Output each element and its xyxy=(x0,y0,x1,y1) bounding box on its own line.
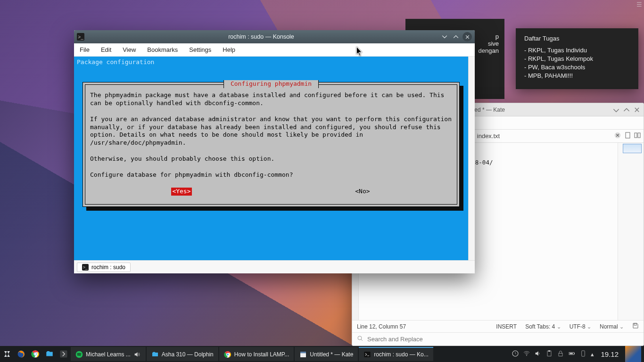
search-placeholder[interactable]: Search and Replace xyxy=(367,336,423,343)
dialog-title: Configuring phpmyadmin xyxy=(223,80,319,88)
kdeconnect-icon[interactable] xyxy=(579,350,587,359)
svg-rect-3 xyxy=(626,132,630,138)
task-label: How to Install LAMP... xyxy=(234,351,289,358)
terminal-icon: >_ xyxy=(77,33,84,41)
close-button[interactable] xyxy=(462,32,472,41)
sticky-note-item: - RKPL, Tugas Kelompok xyxy=(524,55,630,62)
svg-rect-25 xyxy=(574,353,575,354)
save-icon[interactable] xyxy=(632,322,639,330)
firefox-launcher-icon[interactable] xyxy=(14,346,28,362)
volume-icon xyxy=(133,351,141,358)
svg-point-20 xyxy=(527,355,528,356)
taskbar-task-spotify[interactable]: Michael Learns ... xyxy=(71,347,146,361)
maximize-button[interactable] xyxy=(451,32,461,41)
tab-close-icon[interactable] xyxy=(614,132,621,140)
chrome-launcher-icon[interactable] xyxy=(28,346,42,362)
svg-rect-17 xyxy=(300,352,306,353)
clipboard-icon[interactable] xyxy=(545,350,553,359)
minimize-button[interactable] xyxy=(612,106,620,114)
kate-statusbar: Line 12, Column 57 INSERT Soft Tabs: 4 ⌄… xyxy=(352,320,644,332)
terminal-scrollbar[interactable] xyxy=(468,57,475,260)
svg-rect-18 xyxy=(364,352,371,357)
status-indent[interactable]: Soft Tabs: 4 ⌄ xyxy=(525,323,561,330)
menu-view[interactable]: View xyxy=(123,46,136,53)
forward-launcher-icon[interactable] xyxy=(57,346,71,362)
maximize-button[interactable] xyxy=(623,106,630,114)
svg-rect-6 xyxy=(634,323,636,325)
dialog-yes-button[interactable]: <Yes> xyxy=(171,188,191,196)
task-label: Michael Learns ... xyxy=(86,351,131,358)
konsole-window[interactable]: >_ rochim : sudo — Konsole File Edit Vie… xyxy=(74,30,475,273)
tray-expand-icon[interactable]: ▴ xyxy=(591,351,594,358)
terminal-icon: >_ xyxy=(82,264,89,271)
sticky-note-title: Daftar Tugas xyxy=(524,35,630,42)
svg-rect-22 xyxy=(548,350,550,352)
show-desktop-button[interactable] xyxy=(625,346,641,362)
taskbar-task-dolphin[interactable]: Asha 310 — Dolphin xyxy=(147,347,218,361)
dolphin-launcher-icon[interactable] xyxy=(42,346,57,362)
dialog-no-button[interactable]: <No> xyxy=(354,188,371,196)
kate-minimap[interactable] xyxy=(618,143,644,320)
taskbar-task-chrome[interactable]: How to Install LAMP... xyxy=(219,347,294,361)
status-cursor-position[interactable]: Line 12, Column 57 xyxy=(357,323,406,330)
status-edit-mode[interactable]: INSERT xyxy=(496,323,517,330)
split-view-icon[interactable] xyxy=(634,132,641,140)
status-highlight-mode[interactable]: Normal ⌄ xyxy=(600,323,624,330)
close-button[interactable] xyxy=(633,106,641,114)
menu-file[interactable]: File xyxy=(80,46,90,53)
taskbar-task-konsole[interactable]: rochim : sudo — Ko... xyxy=(359,347,433,361)
system-tray: ▴ 19.12 xyxy=(512,346,644,362)
svg-rect-12 xyxy=(60,351,67,358)
search-icon xyxy=(357,335,363,343)
sticky-note-item: - RKPL, Tugas Individu xyxy=(524,47,630,54)
svg-rect-4 xyxy=(635,133,637,138)
debconf-dialog: Configuring phpmyadmin The phpmyadmin pa… xyxy=(83,82,460,207)
sticky-note-widget[interactable]: Daftar Tugas - RKPL, Tugas Individu - RK… xyxy=(516,28,638,89)
new-document-icon[interactable] xyxy=(625,132,631,140)
svg-point-15 xyxy=(227,354,229,355)
kickoff-launcher-icon[interactable] xyxy=(0,346,14,362)
sticky-note-item: - PW, Baca w3schools xyxy=(524,64,630,71)
wifi-icon[interactable] xyxy=(523,350,530,359)
terminal-area[interactable]: Package configuration Configuring phpmya… xyxy=(74,57,468,260)
task-label: rochim : sudo — Ko... xyxy=(374,351,428,358)
volume-tray-icon[interactable] xyxy=(534,350,542,359)
konsole-tabbar: >_ rochim : sudo xyxy=(74,260,475,273)
dialog-body-text: The phpmyadmin package must have a datab… xyxy=(90,91,452,179)
battery-icon[interactable] xyxy=(568,350,576,359)
konsole-tab-label: rochim : sudo xyxy=(91,264,125,271)
svg-point-11 xyxy=(34,353,37,355)
package-configuration-header: Package configuration xyxy=(74,57,468,66)
menu-help[interactable]: Help xyxy=(223,46,235,53)
lock-icon[interactable] xyxy=(557,350,564,359)
svg-rect-23 xyxy=(559,353,562,356)
menu-settings[interactable]: Settings xyxy=(189,46,211,53)
svg-rect-5 xyxy=(638,133,640,138)
menu-edit[interactable]: Edit xyxy=(101,46,111,53)
svg-point-7 xyxy=(358,336,362,340)
updates-icon[interactable] xyxy=(512,350,519,359)
kate-search-bar[interactable]: Search and Replace xyxy=(352,332,644,346)
clock[interactable]: 19.12 xyxy=(598,350,621,358)
konsole-menubar: File Edit View Bookmarks Settings Help xyxy=(74,43,475,57)
taskbar-task-kate[interactable]: Untitled * — Kate xyxy=(295,347,358,361)
konsole-window-title: rochim : sudo — Konsole xyxy=(84,33,438,40)
konsole-titlebar[interactable]: >_ rochim : sudo — Konsole xyxy=(74,30,475,43)
minimap-viewport[interactable] xyxy=(623,144,642,153)
status-encoding[interactable]: UTF-8 ⌄ xyxy=(570,323,591,330)
svg-rect-21 xyxy=(547,351,551,356)
sticky-note-item: - MPB, PAHAMI!!! xyxy=(524,72,630,79)
minimize-button[interactable] xyxy=(440,32,449,41)
svg-rect-26 xyxy=(570,353,573,354)
menu-bookmarks[interactable]: Bookmarks xyxy=(147,46,178,53)
panel-taskbar: Michael Learns ... Asha 310 — Dolphin Ho… xyxy=(0,346,644,362)
svg-rect-27 xyxy=(582,351,585,356)
panel-menu-icon[interactable]: ☰ xyxy=(636,1,642,8)
task-label: Untitled * — Kate xyxy=(310,351,353,358)
task-label: Asha 310 — Dolphin xyxy=(162,351,214,358)
konsole-tab[interactable]: >_ rochim : sudo xyxy=(77,263,131,272)
